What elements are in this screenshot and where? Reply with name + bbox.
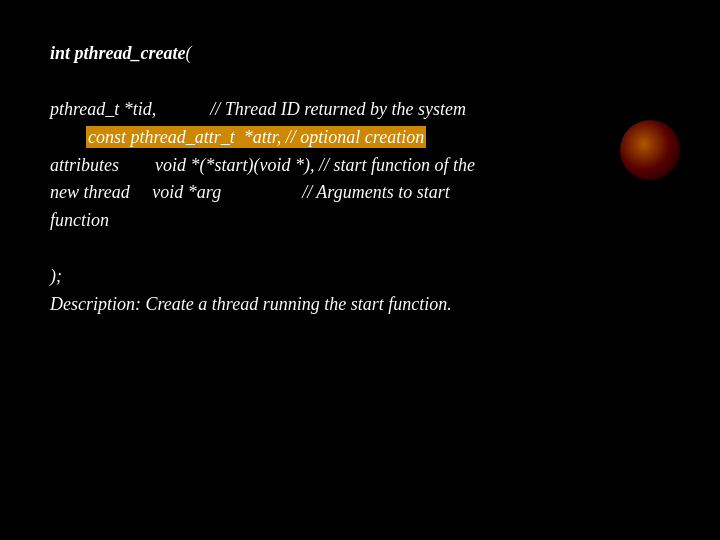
code-line-description: Description: Create a thread running the… bbox=[50, 291, 670, 319]
decorative-orb bbox=[620, 120, 680, 180]
code-block: int pthread_create( pthread_t *tid, // T… bbox=[50, 40, 670, 319]
code-line-5: new thread void *arg // Arguments to sta… bbox=[50, 179, 670, 207]
slide-container: int pthread_create( pthread_t *tid, // T… bbox=[0, 0, 720, 540]
code-line-7: ); bbox=[50, 263, 670, 291]
code-line-6: function bbox=[50, 207, 670, 235]
code-line-1: int pthread_create( bbox=[50, 40, 670, 68]
content-area: int pthread_create( pthread_t *tid, // T… bbox=[50, 40, 670, 339]
highlight-attr: const pthread_attr_t *attr, // optional … bbox=[86, 126, 426, 148]
code-line-2: pthread_t *tid, // Thread ID returned by… bbox=[50, 96, 670, 124]
code-line-3: const pthread_attr_t *attr, // optional … bbox=[50, 124, 670, 152]
code-line-blank1 bbox=[50, 68, 670, 96]
code-line-blank2 bbox=[50, 235, 670, 263]
code-line-4: attributes void *(*start)(void *), // st… bbox=[50, 152, 670, 180]
